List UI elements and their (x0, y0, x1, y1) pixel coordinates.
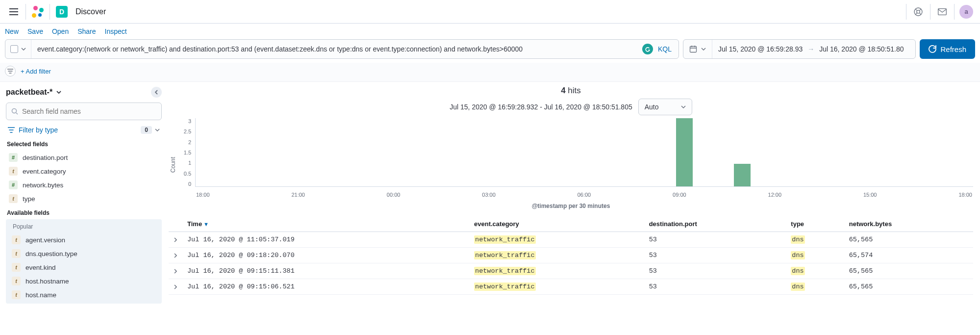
toolbar-open[interactable]: Open (52, 27, 69, 35)
chevron-down-icon (155, 128, 160, 132)
field-item[interactable]: tdns.question.type (9, 247, 159, 260)
saved-query-icon (10, 45, 18, 53)
histogram-bar[interactable] (734, 164, 751, 186)
filter-bar: + Add filter (0, 63, 980, 82)
query-input[interactable] (31, 45, 635, 53)
discover-toolbar: New Save Open Share Inspect (0, 24, 980, 37)
table-header-row: Time▼ event.category destination.port ty… (169, 216, 973, 232)
cell-destination-port: 53 (644, 232, 786, 248)
cell-network-bytes: 65,565 (844, 263, 973, 279)
field-item[interactable]: #destination.port (6, 151, 162, 164)
filter-by-type-left: Filter by type (8, 126, 58, 134)
field-name: destination.port (23, 154, 68, 161)
histogram-bar[interactable] (676, 118, 693, 186)
field-name: type (23, 195, 35, 203)
refresh-button[interactable]: Refresh (920, 39, 975, 59)
newsfeed-button[interactable] (908, 2, 928, 22)
toolbar-save[interactable]: Save (27, 27, 43, 35)
divider (930, 4, 930, 20)
field-type-text-icon: t (12, 263, 21, 272)
menu-button[interactable] (4, 2, 24, 22)
y-tick: 3 (188, 118, 191, 124)
col-network-bytes[interactable]: network.bytes (844, 216, 973, 232)
chevron-down-icon (56, 90, 61, 95)
toolbar-share[interactable]: Share (77, 27, 96, 35)
field-item[interactable]: thost.hostname (9, 274, 159, 288)
chevron-down-icon (681, 104, 686, 109)
filter-options-button[interactable] (5, 66, 16, 77)
calendar-icon (689, 45, 697, 53)
mail-icon (938, 8, 947, 15)
x-tick: 18:00 (958, 192, 972, 198)
field-search-input[interactable] (22, 107, 156, 115)
selected-fields-list: #destination.porttevent.category#network… (6, 151, 162, 206)
col-event-category[interactable]: event.category (469, 216, 644, 232)
query-language-switcher[interactable]: KQL (658, 45, 672, 53)
field-type-text-icon: t (12, 290, 21, 299)
y-tick: 0 (188, 181, 191, 187)
chart-range-text: Jul 15, 2020 @ 16:59:28.932 - Jul 16, 20… (450, 103, 632, 111)
expand-row-button[interactable] (169, 232, 182, 248)
field-item[interactable]: #network.bytes (6, 178, 162, 192)
chevron-down-icon (701, 47, 706, 52)
date-picker[interactable]: Jul 15, 2020 @ 16:59:28.93 → Jul 16, 202… (683, 39, 916, 59)
toolbar-inspect[interactable]: Inspect (105, 27, 127, 35)
svg-rect-3 (12, 47, 16, 51)
grammarly-icon (642, 44, 653, 54)
cell-time: Jul 16, 2020 @ 09:15:11.381 (182, 263, 469, 279)
cell-type: dns (786, 248, 844, 263)
expand-row-button[interactable] (169, 279, 182, 295)
chevron-right-icon (174, 284, 177, 289)
expand-row-button[interactable] (169, 248, 182, 263)
cell-destination-port: 53 (644, 279, 786, 295)
available-fields-title: Available fields (7, 209, 162, 216)
user-menu-button[interactable]: a (956, 2, 976, 22)
col-type[interactable]: type (786, 216, 844, 232)
selected-fields-title: Selected fields (7, 141, 162, 148)
field-item[interactable]: ttype (6, 192, 162, 206)
cell-event-category: network_traffic (469, 263, 644, 279)
collapse-sidebar-button[interactable] (151, 87, 162, 98)
hamburger-icon (9, 8, 18, 15)
chevron-right-icon (174, 237, 177, 242)
field-item[interactable]: tagent.version (9, 233, 159, 247)
col-time[interactable]: Time▼ (182, 216, 469, 232)
field-item[interactable]: tevent.kind (9, 260, 159, 274)
filter-by-type-button[interactable]: Filter by type 0 (6, 124, 162, 136)
popular-fields-list: tagent.versiontdns.question.typetevent.k… (9, 233, 159, 302)
plot-area (195, 118, 973, 187)
x-tick: 12:00 (768, 192, 782, 198)
index-pattern-switcher[interactable]: packetbeat-* (6, 88, 61, 97)
x-tick: 00:00 (387, 192, 401, 198)
date-to: Jul 16, 2020 @ 18:50:51.80 (819, 45, 904, 53)
field-search[interactable] (6, 103, 162, 120)
mail-button[interactable] (932, 2, 952, 22)
date-quick-select[interactable] (689, 40, 712, 58)
histogram-chart: Count 32.521.510.50 18:0021:0000:0003:00… (169, 118, 973, 202)
query-box: KQL (5, 39, 679, 59)
elastic-logo-button[interactable] (28, 2, 48, 22)
chart-area[interactable]: 32.521.510.50 18:0021:0000:0003:0006:000… (177, 118, 973, 202)
y-tick: 2 (188, 139, 191, 145)
interval-select[interactable]: Auto (638, 99, 692, 115)
field-name: event.category (23, 168, 66, 175)
field-item[interactable]: thost.name (9, 288, 159, 302)
y-axis-label: Count (169, 118, 177, 202)
avatar: a (959, 5, 973, 19)
divider (25, 4, 26, 20)
toolbar-new[interactable]: New (5, 27, 19, 35)
cell-destination-port: 53 (644, 263, 786, 279)
field-name: dns.question.type (25, 250, 77, 258)
divider (906, 4, 906, 20)
cell-destination-port: 53 (644, 248, 786, 263)
svg-point-1 (917, 10, 920, 13)
field-item[interactable]: tevent.category (6, 164, 162, 178)
saved-query-button[interactable] (5, 40, 31, 58)
divider (954, 4, 955, 20)
chevron-left-icon (154, 90, 158, 95)
table-row: Jul 16, 2020 @ 09:15:11.381network_traff… (169, 263, 973, 279)
col-destination-port[interactable]: destination.port (644, 216, 786, 232)
add-filter-button[interactable]: + Add filter (21, 68, 51, 75)
expand-row-button[interactable] (169, 263, 182, 279)
index-pattern-name: packetbeat-* (6, 88, 52, 97)
